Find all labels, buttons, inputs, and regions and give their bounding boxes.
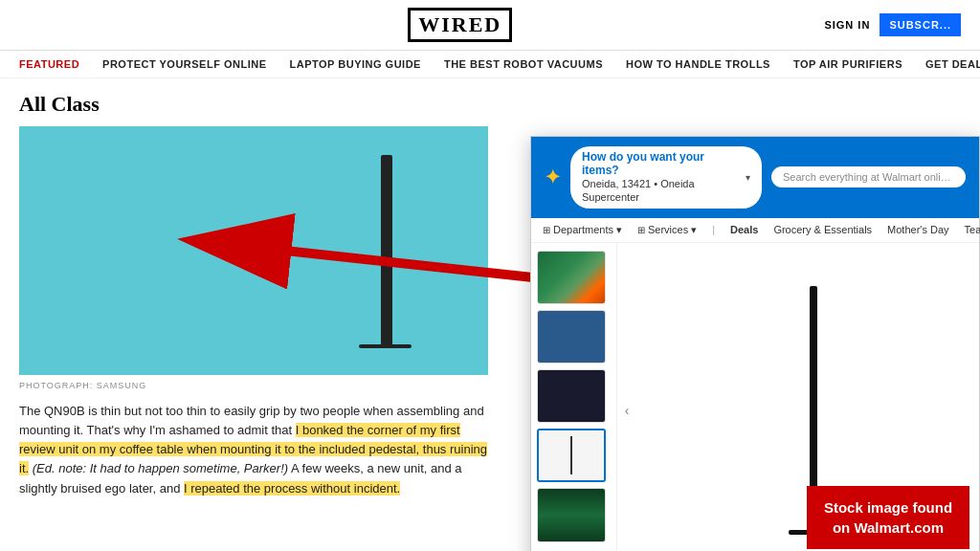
article-image — [19, 126, 488, 375]
header-right: SIGN IN SUBSCR... — [824, 13, 961, 36]
photo-credit: PHOTOGRAPH: SAMSUNG — [19, 381, 498, 390]
nav-featured[interactable]: FEATURED — [19, 58, 79, 70]
teacher-label: Teacher Appreciation — [965, 224, 980, 235]
wired-logo: WIRED — [408, 8, 512, 42]
walmart-spark-icon: ✦ — [545, 165, 561, 188]
nav-item-protect[interactable]: PROTECT YOURSELF ONLINE — [102, 58, 266, 70]
services-label: Services — [648, 224, 688, 235]
walmart-nav-grocery[interactable]: Grocery & Essentials — [773, 224, 872, 235]
walmart-nav-mothers[interactable]: Mother's Day — [887, 224, 948, 235]
walmart-location: Oneida, 13421 • Oneida Supercenter — [582, 177, 740, 205]
stock-image-badge: Stock image found on Walmart.com — [807, 486, 969, 549]
walmart-prev-button[interactable]: ‹ — [617, 243, 636, 551]
walmart-thumb-2[interactable] — [537, 310, 606, 364]
nav-item-purifiers[interactable]: TOP AIR PURIFIERS — [793, 58, 902, 70]
nav-bar: FEATURED PROTECT YOURSELF ONLINE LAPTOP … — [0, 51, 980, 78]
walmart-nav-teacher[interactable]: Teacher Appreciation — [965, 224, 980, 235]
walmart-thumbnails: ▾ — [531, 243, 617, 551]
walmart-thumb-3[interactable] — [537, 369, 606, 423]
departments-label: Departments — [553, 224, 613, 235]
wired-header: WIRED SIGN IN SUBSCR... — [0, 0, 980, 51]
walmart-nav-departments[interactable]: ⊞ Departments ▾ — [543, 224, 622, 236]
services-chevron: ▾ — [691, 224, 697, 236]
walmart-location-box[interactable]: How do you want your items? Oneida, 1342… — [570, 146, 762, 209]
walmart-nav: ⊞ Departments ▾ ⊞ Services ▾ | Deals Gro… — [531, 218, 979, 243]
walmart-search-box[interactable]: Search everything at Walmart online and … — [771, 166, 966, 187]
thumb-tv-colorful — [538, 252, 605, 303]
tv-side-body — [381, 155, 392, 346]
thumb-tv-white — [539, 430, 604, 480]
article-italic: (Ed. note: It had to happen sometime, Pa… — [29, 461, 288, 475]
article-highlight-2: I repeated the process without incident. — [184, 481, 400, 496]
walmart-header: ✦ How do you want your items? Oneida, 13… — [531, 137, 979, 218]
walmart-main-image: Stock image found on Walmart.com — [636, 243, 979, 551]
thumb-tv-dark — [538, 370, 605, 422]
main-content: All Class PHOTOGRAPH: SAMSUNG The QN90B … — [0, 78, 980, 512]
article-title: All Class — [19, 92, 498, 117]
article-body: The QN90B is thin but not too thin to ea… — [19, 402, 498, 498]
nav-item-trolls[interactable]: HOW TO HANDLE TROLLS — [626, 58, 770, 70]
walmart-nav-deals[interactable]: Deals — [730, 224, 758, 235]
grocery-label: Grocery & Essentials — [773, 224, 872, 235]
walmart-thumb-4-selected[interactable] — [537, 429, 606, 482]
walmart-thumb-1[interactable] — [537, 251, 606, 304]
walmart-body: ▾ ‹ Stock image found on Walmart.com — [531, 243, 979, 551]
grid-icon-2: ⊞ — [637, 225, 645, 235]
nav-item-vacuums[interactable]: THE BEST ROBOT VACUUMS — [444, 58, 603, 70]
walmart-how-text: How do you want your items? — [582, 150, 740, 177]
walmart-chevron-icon: ▾ — [746, 172, 750, 183]
walmart-tv-side-body — [810, 286, 817, 506]
article-section: All Class PHOTOGRAPH: SAMSUNG The QN90B … — [0, 78, 517, 512]
deals-label: Deals — [730, 224, 758, 235]
grid-icon: ⊞ — [543, 225, 550, 235]
tv-stand-base — [359, 344, 412, 348]
walmart-nav-services[interactable]: ⊞ Services ▾ — [637, 224, 697, 236]
walmart-panel: ✦ How do you want your items? Oneida, 13… — [530, 136, 980, 551]
mothers-label: Mother's Day — [887, 224, 948, 235]
thumb-tv-nature — [538, 489, 605, 540]
walmart-thumb-5[interactable] — [537, 488, 606, 541]
nav-divider-1: | — [712, 224, 715, 235]
departments-chevron: ▾ — [616, 224, 622, 236]
thumb-tv-side-mini — [570, 436, 572, 474]
sign-in-button[interactable]: SIGN IN — [824, 19, 870, 31]
subscribe-button[interactable]: SUBSCR... — [880, 13, 961, 36]
nav-item-deals[interactable]: GET DEALS DELIVERED — [925, 58, 980, 70]
nav-item-laptop[interactable]: LAPTOP BUYING GUIDE — [290, 58, 421, 70]
